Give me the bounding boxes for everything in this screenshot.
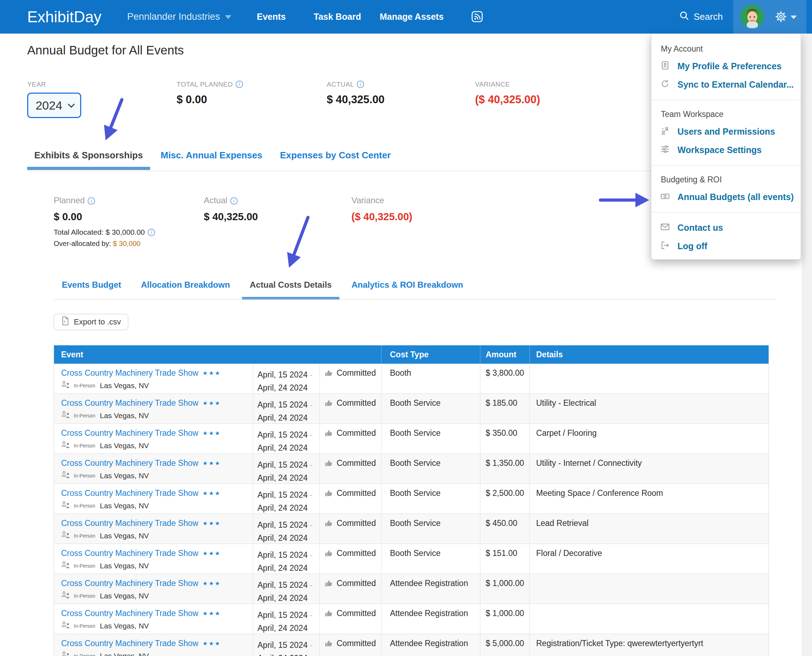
over-allocated-value: $ 30,000: [113, 240, 140, 248]
total-allocated-line: Total Allocated: $ 30,000.00i: [54, 228, 155, 237]
in-person-icon: [61, 651, 71, 656]
info-icon[interactable]: i: [148, 229, 155, 236]
cost-type-cell: Booth Service: [381, 394, 480, 424]
year-select[interactable]: 2024: [27, 93, 81, 118]
nav-item-task-board[interactable]: Task Board: [313, 0, 361, 34]
star-rating-icon: ★★★: [203, 640, 221, 647]
status-cell: Committed: [319, 604, 381, 634]
status-cell: Committed: [319, 514, 381, 544]
event-link[interactable]: Cross Country Machinery Trade Show: [61, 609, 199, 618]
tab-exhibits-sponsorships[interactable]: Exhibits & Sponsorships: [27, 150, 150, 170]
event-cell: Cross Country Machinery Trade Show ★★★ I…: [54, 394, 253, 424]
total-planned-label: TOTAL PLANNED: [177, 80, 233, 88]
thumbs-up-icon: [324, 639, 333, 650]
event-link[interactable]: Cross Country Machinery Trade Show: [61, 489, 199, 498]
users-icon: [660, 126, 670, 137]
menu-item-contact-us[interactable]: Contact us: [651, 218, 801, 237]
scrollbar-track[interactable]: [802, 34, 812, 656]
event-date-end: April, 24 2024: [258, 562, 319, 574]
event-link[interactable]: Cross Country Machinery Trade Show: [61, 368, 199, 378]
event-date-end: April, 24 2024: [258, 381, 319, 393]
export-csv-button[interactable]: x Export to .csv: [54, 314, 128, 330]
info-icon[interactable]: i: [88, 197, 95, 205]
nav-item-manage-assets[interactable]: Manage Assets: [380, 0, 444, 34]
event-date-start: April, 15 2024: [258, 580, 308, 589]
amount-cell: $ 3,800.00: [480, 364, 529, 393]
table-row: Cross Country Machinery Trade Show ★★★ I…: [54, 574, 769, 604]
event-cell: Cross Country Machinery Trade Show ★★★ I…: [54, 574, 253, 604]
chevron-down-icon: [68, 101, 75, 108]
in-person-icon: [61, 561, 71, 571]
details-cell: [529, 604, 769, 634]
envelope-icon: [660, 222, 670, 233]
tab-expenses-by-cost-center[interactable]: Expenses by Cost Center: [273, 150, 398, 170]
actual-value: $ 40,325.00: [327, 93, 384, 106]
menu-item-log-off[interactable]: Log off: [651, 237, 801, 255]
menu-item-workspace-settings[interactable]: Workspace Settings: [651, 141, 801, 159]
feed-icon[interactable]: [471, 10, 483, 25]
event-format-label: In-Person: [74, 473, 96, 478]
event-date-start: April, 15 2024: [258, 520, 308, 529]
workspace-selector[interactable]: Pennlander Industries: [127, 0, 232, 34]
cost-type-cell: Booth Service: [381, 484, 480, 514]
date-separator: -: [310, 460, 313, 469]
subtab-analytics-roi-breakdown[interactable]: Analytics & ROI Breakdown: [344, 277, 471, 300]
account-dropdown-menu: My Account My Profile & Preferences Sync…: [651, 34, 801, 260]
menu-section-team-workspace: Team Workspace: [651, 106, 801, 122]
menu-divider: [651, 212, 801, 212]
menu-item-sync-calendar[interactable]: Sync to External Calendar...: [651, 75, 801, 94]
search-label: Search: [694, 11, 722, 22]
planned-value: $ 0.00: [54, 211, 95, 223]
event-date-end: April, 24 2024: [258, 472, 319, 484]
menu-item-annual-budgets[interactable]: Annual Budgets (all events): [651, 188, 801, 206]
event-link[interactable]: Cross Country Machinery Trade Show: [61, 429, 199, 438]
menu-item-label: My Profile & Preferences: [678, 61, 782, 71]
event-cell: Cross Country Machinery Trade Show ★★★ I…: [54, 544, 253, 574]
event-format-label: In-Person: [74, 503, 96, 509]
subtab-events-budget[interactable]: Events Budget: [54, 277, 129, 300]
cost-type-cell: Booth: [381, 364, 480, 393]
table-row: Cross Country Machinery Trade Show ★★★ I…: [54, 514, 769, 544]
subtab-actual-costs-details[interactable]: Actual Costs Details: [242, 277, 340, 300]
event-format-label: In-Person: [74, 593, 96, 599]
year-value: 2024: [36, 99, 63, 112]
event-cell: Cross Country Machinery Trade Show ★★★ I…: [54, 484, 253, 514]
tab-misc-annual-expenses[interactable]: Misc. Annual Expenses: [154, 150, 270, 170]
amount-cell: $ 1,000.00: [480, 604, 529, 634]
menu-item-my-profile[interactable]: My Profile & Preferences: [651, 57, 801, 75]
event-cell: Cross Country Machinery Trade Show ★★★ I…: [54, 514, 253, 544]
amount-cell: $ 1,000.00: [480, 574, 529, 604]
status-label: Committed: [337, 489, 376, 498]
subtab-allocation-breakdown[interactable]: Allocation Breakdown: [133, 277, 238, 300]
search-icon: [679, 10, 689, 23]
col-header-event: Event: [54, 345, 381, 364]
status-cell: Committed: [319, 424, 381, 453]
event-link[interactable]: Cross Country Machinery Trade Show: [61, 458, 199, 468]
status-label: Committed: [337, 549, 376, 558]
info-icon[interactable]: i: [236, 80, 243, 88]
info-icon[interactable]: i: [230, 197, 238, 205]
gear-icon[interactable]: [775, 11, 787, 24]
actual-stat: ACTUALi $ 40,325.00: [327, 80, 384, 106]
event-link[interactable]: Cross Country Machinery Trade Show: [61, 549, 199, 558]
table-body: Cross Country Machinery Trade Show ★★★ I…: [54, 364, 769, 656]
status-label: Committed: [337, 398, 376, 408]
main-tabs: Exhibits & Sponsorships Misc. Annual Exp…: [27, 150, 401, 170]
event-date-end: April, 24 2024: [258, 592, 319, 604]
event-link[interactable]: Cross Country Machinery Trade Show: [61, 639, 199, 648]
event-link[interactable]: Cross Country Machinery Trade Show: [61, 579, 199, 588]
nav-item-events[interactable]: Events: [257, 0, 286, 34]
star-rating-icon: ★★★: [203, 520, 221, 527]
info-icon[interactable]: i: [357, 80, 364, 88]
avatar[interactable]: [741, 5, 764, 28]
search-button[interactable]: Search: [679, 0, 722, 34]
app-logo[interactable]: ExhibitDay: [27, 0, 101, 34]
event-date-start: April, 15 2024: [258, 460, 308, 469]
menu-item-users-permissions[interactable]: Users and Permissions: [651, 122, 801, 141]
arrow-to-exhibits-tab: [108, 100, 122, 135]
amount-cell: $ 151.00: [480, 544, 529, 574]
sliders-icon: [660, 144, 670, 156]
chevron-down-icon[interactable]: [790, 15, 797, 19]
event-link[interactable]: Cross Country Machinery Trade Show: [61, 398, 199, 408]
event-link[interactable]: Cross Country Machinery Trade Show: [61, 518, 199, 528]
